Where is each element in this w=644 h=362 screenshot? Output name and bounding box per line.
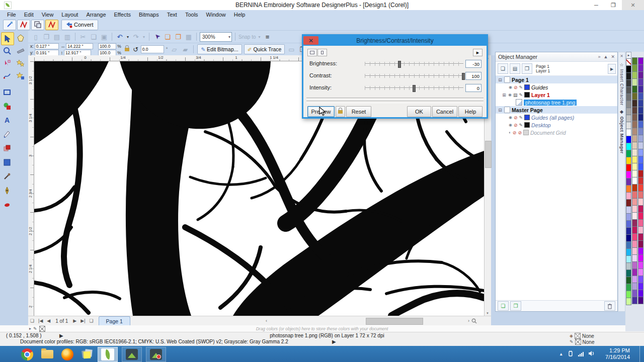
undo-icon[interactable]: ↶ bbox=[115, 32, 124, 41]
slider-value[interactable]: 100 bbox=[465, 72, 481, 80]
color-swatch[interactable] bbox=[632, 226, 637, 234]
edit-pencil-icon[interactable]: ✎ bbox=[519, 115, 523, 120]
cut-icon[interactable]: ✂ bbox=[78, 32, 88, 41]
color-swatch[interactable] bbox=[632, 240, 637, 248]
color-swatch[interactable] bbox=[638, 205, 643, 213]
color-swatch[interactable] bbox=[632, 261, 637, 269]
color-swatch[interactable] bbox=[632, 254, 637, 262]
slider-value[interactable]: 0 bbox=[465, 84, 481, 92]
color-swatch[interactable] bbox=[626, 108, 631, 115]
color-swatch[interactable] bbox=[638, 57, 643, 65]
tabstrip-close-icon[interactable]: ✕ bbox=[620, 54, 623, 58]
layer-manager-view-button[interactable]: ▤ bbox=[510, 63, 520, 74]
color-swatch[interactable] bbox=[632, 170, 637, 177]
tree-row-document-grid[interactable]: ◐ ⊘ ⊘ Document Grid bbox=[496, 129, 617, 136]
color-swatch[interactable] bbox=[632, 233, 637, 241]
scroll-right-icon[interactable]: › bbox=[466, 318, 471, 323]
palette-eyedropper-icon[interactable]: ✎ bbox=[33, 326, 37, 331]
no-color-well[interactable] bbox=[39, 326, 45, 332]
scanner-tool[interactable] bbox=[15, 45, 27, 57]
color-swatch[interactable] bbox=[632, 268, 637, 276]
tray-network-icon[interactable] bbox=[578, 352, 584, 356]
undo-dropdown-icon[interactable]: ▾ bbox=[126, 32, 130, 41]
edit-bitmap-button[interactable]: ✎Edit Bitmap... bbox=[197, 44, 242, 54]
color-swatch[interactable] bbox=[638, 226, 643, 234]
color-swatch[interactable] bbox=[632, 100, 637, 107]
first-page-icon[interactable]: |◀ bbox=[36, 318, 45, 323]
visibility-eye-icon[interactable]: ◉ bbox=[509, 123, 512, 127]
color-swatch[interactable] bbox=[638, 107, 643, 114]
color-swatch[interactable] bbox=[626, 192, 631, 200]
color-swatch[interactable] bbox=[632, 247, 637, 255]
color-swatch[interactable] bbox=[632, 114, 637, 121]
shape-edit-tool[interactable] bbox=[1, 57, 13, 69]
paste-icon[interactable]: ▣ bbox=[100, 32, 109, 41]
color-swatch[interactable] bbox=[632, 107, 637, 114]
color-swatch[interactable] bbox=[638, 276, 643, 283]
coords-flyout-icon[interactable]: ▶ bbox=[59, 333, 63, 338]
convert-button[interactable]: Convert bbox=[61, 20, 98, 30]
color-swatch[interactable] bbox=[632, 149, 637, 156]
menu-item[interactable]: Layout bbox=[57, 12, 82, 18]
save-icon[interactable]: ▤ bbox=[52, 32, 61, 41]
artwork-canvas-button[interactable] bbox=[3, 20, 16, 30]
layer-color-chip[interactable] bbox=[524, 92, 530, 98]
new-document-icon[interactable]: ▯ bbox=[31, 32, 40, 41]
color-swatch[interactable] bbox=[638, 212, 643, 220]
color-swatch[interactable] bbox=[626, 171, 631, 178]
color-swatch[interactable] bbox=[626, 213, 631, 221]
color-swatch[interactable] bbox=[638, 297, 643, 304]
new-layer-view-button[interactable]: ❐ bbox=[522, 63, 532, 74]
color-swatch[interactable] bbox=[626, 284, 631, 291]
add-page-before-icon[interactable]: ❏ bbox=[28, 318, 36, 323]
import-icon[interactable]: ❏ bbox=[163, 32, 172, 41]
expand-icon[interactable]: ⊞ bbox=[502, 93, 507, 98]
docker-close-icon[interactable]: ✕ bbox=[611, 54, 615, 59]
rotate-angle-field[interactable]: 0.0 bbox=[141, 45, 164, 53]
color-swatch[interactable] bbox=[638, 233, 643, 241]
vertical-scroll-thumb[interactable] bbox=[485, 141, 492, 168]
docker-flyout-icon[interactable]: ▶ bbox=[608, 64, 616, 74]
color-swatch[interactable] bbox=[638, 156, 643, 163]
color-swatch[interactable] bbox=[638, 114, 643, 121]
menu-item[interactable]: View bbox=[38, 12, 58, 18]
tree-row-guides-all[interactable]: ◉ ⊘ ✎ Guides (all pages) bbox=[496, 114, 617, 121]
color-swatch[interactable] bbox=[638, 163, 643, 170]
minimize-button[interactable]: ─ bbox=[588, 0, 605, 10]
edit-pencil-icon[interactable]: ✎ bbox=[519, 93, 523, 98]
next-page-icon[interactable]: ▶ bbox=[71, 318, 78, 323]
color-swatch[interactable] bbox=[626, 178, 631, 186]
tree-row-guides[interactable]: ◉ ⊘ ✎ Guides bbox=[496, 83, 617, 91]
printer-icon[interactable]: ▤ bbox=[513, 93, 518, 98]
color-swatch[interactable] bbox=[632, 198, 637, 206]
crop-bitmap-icon[interactable]: ▭ bbox=[287, 45, 296, 54]
taskbar-corel-photo-paint[interactable] bbox=[122, 347, 142, 362]
color-swatch[interactable] bbox=[632, 128, 637, 135]
menu-item[interactable]: Effects bbox=[110, 12, 135, 18]
taskbar-chrome[interactable] bbox=[17, 347, 37, 362]
color-swatch[interactable] bbox=[626, 157, 631, 164]
menu-item[interactable]: Arrange bbox=[82, 12, 110, 18]
slider-thumb[interactable] bbox=[413, 85, 416, 92]
color-swatch[interactable] bbox=[626, 65, 631, 73]
tab-object-manager[interactable]: ❖ Object Manager bbox=[619, 110, 624, 154]
tray-show-hidden-icon[interactable]: ▲ bbox=[559, 352, 563, 356]
docker-expand-icon[interactable]: » bbox=[598, 54, 601, 59]
tray-volume-icon[interactable] bbox=[588, 350, 595, 357]
visibility-eye-icon[interactable]: ◉ bbox=[508, 93, 512, 97]
basic-shapes-tool[interactable] bbox=[1, 100, 13, 112]
color-swatch[interactable] bbox=[638, 198, 643, 206]
open-icon[interactable]: ❐ bbox=[42, 32, 51, 41]
color-swatch[interactable] bbox=[638, 142, 643, 149]
color-swatch[interactable] bbox=[626, 136, 631, 143]
hoop-layout-button[interactable] bbox=[31, 20, 44, 30]
color-swatch[interactable] bbox=[626, 298, 631, 305]
copy-icon[interactable]: ❏ bbox=[89, 32, 98, 41]
no-print-icon[interactable]: ⊘ bbox=[513, 130, 517, 135]
color-swatch[interactable] bbox=[632, 78, 637, 86]
color-swatch[interactable] bbox=[638, 170, 643, 177]
dialog-flyout-icon[interactable]: ▸ bbox=[473, 49, 482, 56]
color-swatch[interactable] bbox=[632, 142, 637, 149]
taskbar-clock[interactable]: 1:29 PM 7/16/2014 bbox=[605, 347, 630, 360]
menu-item[interactable]: Tools bbox=[181, 12, 202, 18]
